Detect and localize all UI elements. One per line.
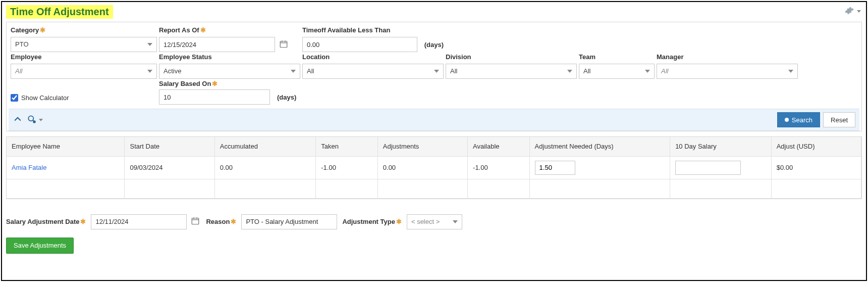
settings-menu[interactable] (845, 6, 861, 17)
search-toolbar: Search Reset (9, 109, 859, 131)
cell-adjustments: 0.00 (377, 156, 467, 179)
label-manager: Manager (657, 53, 798, 61)
salary-based-on-input[interactable] (159, 89, 270, 105)
ten-day-salary-input[interactable] (675, 161, 741, 175)
th-employee-name[interactable]: Employee Name (7, 137, 125, 156)
app-frame: Time Off Adjustment Category✱ Report As … (1, 1, 867, 281)
cell-ten-day-salary (670, 156, 772, 179)
team-select[interactable]: All (579, 64, 655, 79)
chevron-down-icon (39, 119, 43, 121)
filter-grid: Category✱ Report As Of✱ Timeoff Availabl… (9, 24, 859, 109)
reason-input[interactable] (241, 214, 337, 229)
footer-controls: Salary Adjustment Date✱ Reason✱ Adjustme… (6, 214, 862, 229)
filter-panel: Category✱ Report As Of✱ Timeoff Availabl… (6, 22, 862, 131)
show-calculator-label: Show Calculator (21, 94, 69, 102)
timeoff-less-unit: (days) (424, 41, 444, 49)
th-adjustments[interactable]: Adjustments (377, 137, 467, 156)
label-reason: Reason✱ (206, 218, 236, 225)
chevron-down-icon (857, 10, 861, 13)
cell-adjust-usd: $0.00 (771, 156, 861, 179)
salary-adj-date-input[interactable] (91, 214, 187, 229)
label-adj-type: Adjustment Type✱ (342, 218, 402, 225)
label-salary-based-on: Salary Based On✱ (159, 80, 300, 87)
th-adj-needed[interactable]: Adjustment Needed (Days) (529, 137, 670, 156)
search-settings-button[interactable] (27, 114, 43, 126)
timeoff-less-input[interactable] (302, 37, 417, 52)
category-select[interactable]: PTO (11, 37, 157, 52)
th-adjust-usd[interactable]: Adjust (USD) (771, 137, 861, 156)
report-as-of-input[interactable] (159, 37, 275, 52)
table-header-row: Employee Name Start Date Accumulated Tak… (7, 137, 861, 156)
adjustment-type-select[interactable]: < select > (407, 214, 462, 229)
cell-taken: -1.00 (316, 156, 378, 179)
bullet-icon (785, 118, 789, 122)
label-team: Team (579, 53, 655, 61)
search-button[interactable]: Search (777, 112, 820, 127)
label-report-as-of: Report As Of✱ (159, 26, 300, 34)
th-taken[interactable]: Taken (316, 137, 378, 156)
svg-point-6 (33, 121, 35, 123)
label-salary-adj-date: Salary Adjustment Date✱ (6, 218, 86, 225)
results-table: Employee Name Start Date Accumulated Tak… (6, 136, 862, 199)
th-start-date[interactable]: Start Date (125, 137, 214, 156)
label-division: Division (446, 53, 577, 61)
salary-based-on-unit: (days) (277, 93, 296, 101)
label-location: Location (302, 53, 444, 61)
report-as-of-calendar-button[interactable] (278, 39, 289, 50)
label-category: Category✱ (11, 26, 157, 34)
label-employee: Employee (11, 53, 157, 61)
adj-needed-input[interactable] (535, 161, 575, 175)
search-button-label: Search (792, 116, 812, 124)
label-employee-status: Employee Status (159, 53, 300, 61)
th-ten-day-salary[interactable]: 10 Day Salary (670, 137, 772, 156)
page-title: Time Off Adjustment (6, 5, 113, 19)
table-row: Amia Fatale 09/03/2024 0.00 -1.00 0.00 -… (7, 156, 861, 179)
svg-point-4 (28, 116, 33, 121)
cell-start-date: 09/03/2024 (125, 156, 214, 179)
salary-adj-date-calendar-button[interactable] (190, 216, 201, 227)
label-timeoff-less: Timeoff Available Less Than (302, 26, 444, 34)
cell-accumulated: 0.00 (214, 156, 316, 179)
collapse-icon[interactable] (13, 114, 23, 126)
calendar-icon (191, 216, 200, 227)
search-gear-icon (27, 114, 37, 126)
calendar-icon (279, 39, 288, 50)
save-adjustments-button[interactable]: Save Adjustments (6, 238, 74, 254)
employee-select[interactable]: All (11, 64, 157, 79)
employee-status-select[interactable]: Active (159, 64, 300, 79)
table-row-empty (7, 179, 861, 198)
th-available[interactable]: Available (468, 137, 530, 156)
cell-available: -1.00 (468, 156, 530, 179)
th-accumulated[interactable]: Accumulated (214, 137, 316, 156)
reset-button[interactable]: Reset (823, 112, 855, 127)
gear-icon (845, 6, 854, 17)
svg-rect-0 (280, 41, 287, 47)
location-select[interactable]: All (302, 64, 444, 79)
svg-rect-7 (192, 218, 199, 224)
employee-name-link[interactable]: Amia Fatale (7, 156, 125, 179)
manager-select[interactable]: All (657, 64, 798, 79)
cell-adj-needed (529, 156, 670, 179)
division-select[interactable]: All (446, 64, 577, 79)
show-calculator-checkbox[interactable] (11, 94, 18, 102)
